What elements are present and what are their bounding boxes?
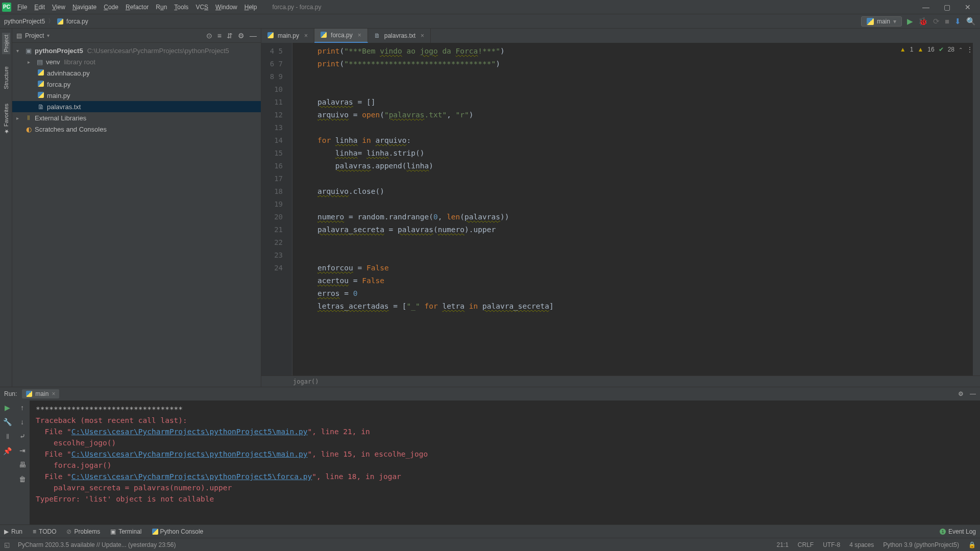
maximize-icon[interactable]: ▢ (944, 3, 950, 11)
inspection-widget[interactable]: ▲1 ▲16 ✔28 ⌃ ⋮ (900, 46, 973, 53)
clear-icon[interactable]: 🗑 (19, 475, 26, 483)
menu-refactor[interactable]: Refactor (126, 4, 149, 11)
settings-icon[interactable]: ⚙ (238, 32, 244, 40)
tool-window-quick-access-icon[interactable]: ◱ (4, 541, 10, 548)
line-separator[interactable]: CRLF (798, 541, 814, 548)
tree-file[interactable]: forca.py (12, 79, 261, 90)
indent-info[interactable]: 4 spaces (849, 541, 874, 548)
tree-file[interactable]: advinhacao.py (12, 67, 261, 79)
search-everywhere-icon[interactable]: 🔍 (966, 17, 976, 26)
stop-icon[interactable]: 🔧 (3, 418, 12, 426)
editor-scrollbar[interactable] (973, 43, 980, 375)
select-opened-file-icon[interactable]: ⊙ (206, 32, 212, 40)
tree-file-selected[interactable]: 🗎 palavras.txt (12, 101, 261, 112)
breadcrumb-file[interactable]: forca.py (66, 18, 88, 25)
menu-code[interactable]: Code (104, 4, 118, 11)
structure-tool-tab[interactable]: Structure (2, 64, 10, 91)
read-only-icon[interactable]: 🔒 (968, 541, 976, 548)
status-update[interactable]: PyCharm 2020.3.5 available // Update... … (18, 541, 176, 548)
python-file-icon (57, 18, 63, 24)
tree-venv[interactable]: ▸▤ venv library root (12, 56, 261, 67)
warning-icon: ▲ (900, 46, 906, 53)
editor-tab[interactable]: main.py × (261, 29, 314, 43)
editor-breadcrumb[interactable]: jogar() (261, 375, 980, 387)
close-tab-icon[interactable]: × (358, 32, 361, 39)
event-log-tab[interactable]: 1 Event Log (940, 528, 976, 535)
run-config-label: main (877, 18, 890, 25)
menu-help[interactable]: Help (244, 4, 257, 11)
run-button[interactable]: ▶ (907, 17, 913, 26)
menu-view[interactable]: View (52, 4, 65, 11)
project-tree[interactable]: ▾▣ pythonProject5 C:\Users\cesar\Pycharm… (12, 43, 261, 137)
debug-button[interactable]: 🐞 (918, 17, 928, 26)
breadcrumb-project[interactable]: pythonProject5 (4, 18, 45, 25)
typo-icon: ✔ (939, 46, 944, 53)
layout-icon[interactable]: ⫴ (6, 432, 9, 441)
todo-tool-tab[interactable]: ≡ TODO (33, 528, 56, 535)
python-console-tool-tab[interactable]: Python Console (152, 528, 204, 535)
code-editor[interactable]: print("***Bem vindo ao jogo da Forca!***… (292, 43, 973, 375)
editor-tab-active[interactable]: forca.py × (314, 29, 368, 43)
project-panel-title[interactable]: ▤ Project ▾ (16, 32, 50, 39)
pycharm-icon: PC (2, 3, 11, 12)
run-configuration-selector[interactable]: main ▾ (861, 16, 902, 27)
expand-all-icon[interactable]: ≡ (217, 32, 222, 40)
run-tool-tab[interactable]: ▶ Run (4, 528, 22, 535)
bottom-tool-stripe: ▶ Run ≡ TODO ⊘ Problems ▣ Terminal Pytho… (0, 524, 980, 538)
soft-wrap-icon[interactable]: ⤶ (19, 432, 26, 440)
more-icon[interactable]: ⋮ (967, 46, 973, 53)
update-button[interactable]: ⬇ (954, 17, 961, 26)
text-file-icon: 🗎 (374, 32, 381, 39)
minimize-icon[interactable]: — (922, 3, 929, 11)
collapse-icon[interactable]: ⌃ (959, 47, 963, 53)
console-output[interactable]: ********************************* Traceb… (30, 400, 980, 524)
run-settings-icon[interactable]: ⚙ (958, 390, 964, 397)
editor-tab[interactable]: 🗎 palavras.txt × (368, 29, 431, 43)
menu-edit[interactable]: Edit (34, 4, 45, 11)
tree-external-libs[interactable]: ▸⫴ External Libraries (12, 112, 261, 123)
pin-icon[interactable]: 📌 (3, 447, 12, 455)
caret-position[interactable]: 21:1 (777, 541, 789, 548)
line-number-gutter[interactable]: 4 5 6 7 8 9 10 11 12 13 14 15 16 17 18 1… (261, 43, 292, 375)
hide-panel-icon[interactable]: — (250, 32, 257, 40)
rerun-icon[interactable]: ▶ (5, 404, 10, 412)
down-stack-icon[interactable]: ↓ (20, 418, 24, 426)
problems-tool-tab[interactable]: ⊘ Problems (66, 528, 100, 535)
stop-button[interactable]: ■ (945, 17, 949, 26)
weak-warning-icon: ▲ (917, 46, 923, 53)
python-file-icon (267, 32, 275, 39)
scroll-end-icon[interactable]: ⇥ (19, 446, 26, 455)
collapse-all-icon[interactable]: ⇵ (227, 32, 233, 40)
menu-file[interactable]: File (17, 4, 27, 11)
terminal-tool-tab[interactable]: ▣ Terminal (110, 528, 141, 535)
tree-root[interactable]: ▾▣ pythonProject5 C:\Users\cesar\Pycharm… (12, 45, 261, 56)
menu-navigate[interactable]: Navigate (72, 4, 96, 11)
tree-scratches[interactable]: ◐ Scratches and Consoles (12, 123, 261, 135)
print-icon[interactable]: 🖶 (19, 461, 26, 469)
file-encoding[interactable]: UTF-8 (823, 541, 840, 548)
main-menu: File Edit View Navigate Code Refactor Ru… (17, 4, 257, 11)
python-file-icon (321, 32, 328, 39)
tree-file[interactable]: main.py (12, 90, 261, 101)
python-icon (867, 18, 874, 25)
interpreter-info[interactable]: Python 3.9 (pythonProject5) (883, 541, 959, 548)
project-tool-tab[interactable]: Project (2, 33, 10, 54)
left-tool-stripe: Project Structure ★ Favorites (0, 29, 12, 387)
status-bar: ◱ PyCharm 2020.3.5 available // Update..… (0, 538, 980, 551)
editor-area: main.py × forca.py × 🗎 palavras.txt × 4 … (261, 29, 980, 387)
close-run-tab-icon[interactable]: × (52, 390, 55, 397)
run-coverage-button[interactable]: ⟳ (933, 17, 940, 26)
favorites-tool-tab[interactable]: ★ Favorites (2, 102, 10, 137)
hide-run-icon[interactable]: — (970, 390, 976, 397)
run-tab[interactable]: main × (22, 389, 59, 398)
menu-run[interactable]: Run (156, 4, 167, 11)
close-tab-icon[interactable]: × (304, 32, 308, 39)
menu-vcs[interactable]: VCS (195, 4, 208, 11)
navigation-bar: pythonProject5 〉 forca.py main ▾ ▶ 🐞 ⟳ ■… (0, 14, 980, 29)
close-tab-icon[interactable]: × (421, 32, 424, 39)
up-stack-icon[interactable]: ↑ (20, 404, 24, 412)
menu-window[interactable]: Window (215, 4, 237, 11)
window-title: forca.py - forca.py (272, 4, 321, 11)
menu-tools[interactable]: Tools (174, 4, 188, 11)
close-icon[interactable]: ✕ (965, 3, 971, 11)
